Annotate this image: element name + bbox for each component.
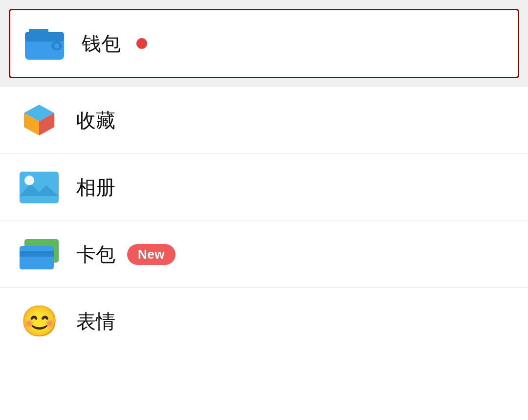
- new-badge: New: [127, 244, 176, 265]
- card-label: 卡包 New: [76, 241, 176, 268]
- wallet-label: 钱包: [82, 30, 147, 57]
- wallet-red-dot: [136, 38, 147, 49]
- emoji-icon: 😊: [20, 302, 59, 341]
- card-icon: [20, 235, 59, 274]
- wallet-icon: [25, 24, 64, 63]
- favorites-list-item[interactable]: 收藏: [0, 87, 528, 154]
- album-label: 相册: [76, 174, 115, 201]
- emoji-label: 表情: [76, 308, 115, 335]
- album-icon: [20, 168, 59, 207]
- page-container: 钱包 收藏: [0, 0, 528, 420]
- album-text: 相册: [76, 174, 115, 201]
- svg-rect-4: [29, 29, 48, 34]
- wallet-text: 钱包: [82, 30, 121, 57]
- svg-rect-12: [20, 246, 54, 269]
- list-section: 收藏 相册: [0, 87, 528, 420]
- card-list-item[interactable]: 卡包 New: [0, 221, 528, 288]
- card-text: 卡包: [76, 241, 115, 268]
- svg-rect-13: [20, 251, 54, 257]
- album-list-item[interactable]: 相册: [0, 154, 528, 221]
- svg-point-10: [24, 176, 34, 185]
- wallet-list-item[interactable]: 钱包: [9, 9, 519, 78]
- svg-rect-8: [20, 172, 59, 203]
- favorites-icon: [20, 101, 59, 140]
- favorites-text: 收藏: [76, 107, 115, 134]
- emoji-text: 表情: [76, 308, 115, 335]
- favorites-label: 收藏: [76, 107, 115, 134]
- emoji-face: 😊: [21, 306, 58, 336]
- svg-point-3: [54, 44, 59, 48]
- wallet-icon-svg: [25, 28, 64, 60]
- emoji-list-item[interactable]: 😊 表情: [0, 288, 528, 354]
